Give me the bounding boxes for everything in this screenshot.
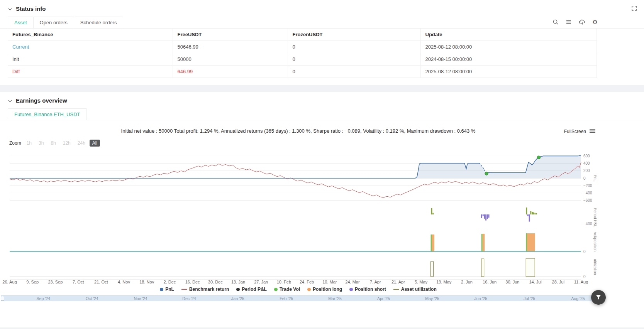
table-cell: Diff	[8, 66, 173, 78]
table-cell: 2025-08-12 08:00:00	[420, 41, 597, 53]
chart-legend: PnLBenchmark returnPeriod P&LTrade VolPo…	[0, 287, 597, 292]
zoom-button-12h[interactable]: 12h	[60, 140, 73, 147]
legend-label: Position long	[313, 287, 342, 292]
x-tick-label: 14. Jul	[529, 280, 541, 284]
earnings-chart[interactable]: 6004002000−200−400−600−4000026. Aug9. Se…	[0, 148, 597, 286]
page: Status info AssetOpen ordersSchedule ord…	[0, 0, 644, 329]
chart-menu-icon[interactable]	[590, 128, 595, 135]
panel-axis-title: vol/position	[593, 232, 597, 251]
volume-bar	[432, 235, 434, 251]
legend-label: Trade Vol	[280, 287, 300, 292]
fullscreen-button[interactable]: FullScreen	[564, 129, 586, 134]
earnings-title: Earnings overview	[16, 97, 67, 104]
period-pnl-bar	[432, 213, 434, 214]
y-tick-label: 200	[583, 169, 590, 173]
legend-item-position-long[interactable]: Position long	[307, 287, 342, 292]
chart-navigator[interactable]: Sep '24Oct '24Nov '24Dec '24Jan '25Feb '…	[1, 295, 596, 301]
navigator-month-label: Dec '24	[182, 296, 196, 301]
legend-item-trade-vol[interactable]: Trade Vol	[274, 287, 300, 292]
tab-schedule-orders[interactable]: Schedule orders	[74, 17, 124, 28]
y-tick-label: 600	[583, 154, 590, 158]
table-cell: 2025-08-12 08:00:00	[420, 66, 597, 78]
tab-open-orders[interactable]: Open orders	[34, 17, 74, 28]
collapse-chevron-icon[interactable]	[8, 99, 12, 103]
gear-icon[interactable]: ⚙	[593, 19, 598, 25]
y-tick-label: 0	[583, 275, 586, 279]
status-info-title: Status info	[16, 5, 46, 12]
legend-label: Position short	[355, 287, 386, 292]
filter-fab-button[interactable]	[591, 290, 606, 305]
cloud-download-icon[interactable]	[579, 19, 586, 25]
status-tabs: AssetOpen ordersSchedule orders	[8, 17, 123, 28]
legend-swatch	[236, 288, 240, 291]
x-tick-label: 5. May	[415, 280, 428, 284]
x-tick-label: 2. Jun	[461, 280, 473, 284]
table-toolbar: ⚙	[552, 19, 598, 25]
x-tick-label: 10. Feb	[277, 280, 291, 284]
navigator-left-handle[interactable]	[1, 296, 4, 301]
y-tick-label: −600	[583, 198, 592, 202]
collapse-chevron-icon[interactable]	[8, 7, 12, 12]
search-icon[interactable]	[552, 19, 559, 25]
legend-item-asset-utilization[interactable]: Asset utilization	[393, 287, 437, 292]
zoom-button-24h[interactable]: 24h	[75, 140, 88, 147]
tab-futures-binance-eth-usdt[interactable]: Futures_Binance.ETH_USDT	[8, 108, 87, 120]
zoom-button-all[interactable]: All	[90, 140, 100, 147]
y-tick-label: −400	[583, 222, 592, 226]
legend-item-benchmark-return[interactable]: Benchmark return	[181, 287, 229, 292]
x-tick-label: 27. Jan	[254, 280, 268, 284]
navigator-month-label: Apr '25	[377, 296, 390, 301]
navigator-month-label: Jun '25	[475, 296, 488, 301]
x-tick-label: 16. Dec	[185, 280, 200, 284]
navigator-month-label: May '25	[425, 296, 439, 301]
table-cell[interactable]: Current	[8, 41, 173, 53]
trade-marker	[537, 156, 540, 159]
y-tick-label: 0	[583, 176, 586, 181]
table-cell: 2024-08-15 00:00:00	[420, 53, 597, 66]
legend-item-period-p-l[interactable]: Period P&L	[236, 287, 267, 292]
column-header: Futures_Binance	[8, 29, 173, 41]
period-pnl-bar	[483, 214, 484, 216]
legend-item-position-short[interactable]: Position short	[349, 287, 386, 292]
legend-swatch	[307, 288, 311, 291]
table-cell: 0	[288, 66, 420, 78]
navigator-month-label: Mar '25	[328, 296, 342, 301]
legend-label: PnL	[165, 287, 174, 292]
status-tabs-row: AssetOpen ordersSchedule orders ⚙	[0, 17, 644, 29]
benchmark-line	[10, 162, 581, 198]
navigator-month-label: Oct '24	[86, 296, 98, 301]
legend-swatch	[393, 289, 399, 290]
x-tick-label: 9. Sep	[26, 280, 39, 284]
period-pnl-bar	[526, 208, 527, 214]
trade-marker	[485, 172, 488, 175]
zoom-button-8h[interactable]: 8h	[48, 140, 58, 147]
tab-asset[interactable]: Asset	[8, 17, 34, 28]
x-tick-label: 2. Dec	[164, 280, 176, 284]
legend-item-pnl[interactable]: PnL	[160, 287, 174, 292]
volume-bar	[481, 234, 483, 251]
panel-axis-title: PnL	[593, 175, 597, 182]
zoom-button-3h[interactable]: 3h	[36, 140, 46, 147]
x-tick-label: 11. Aug	[574, 280, 588, 284]
chart-stats-row: Initial net value : 50000 Total profit: …	[0, 128, 644, 136]
section-divider	[0, 85, 644, 92]
asset-table-body: Current50646.9902025-08-12 08:00:00Init5…	[8, 41, 597, 78]
period-pnl-bar	[534, 213, 536, 214]
panel-axis-title: Period P&L	[593, 208, 597, 228]
chart-actions: FullScreen	[564, 128, 595, 135]
x-tick-label: 13. Jan	[231, 280, 245, 284]
x-tick-label: 4. Nov	[118, 280, 130, 284]
navigator-month-label: Aug '25	[571, 296, 585, 301]
zoom-button-1h[interactable]: 1h	[24, 140, 34, 147]
utilization-bar	[526, 258, 535, 277]
fullscreen-expand-icon[interactable]	[631, 5, 637, 13]
x-tick-label: 28. Jul	[552, 280, 564, 284]
status-info-header: Status info	[0, 0, 644, 12]
period-pnl-bar	[527, 214, 529, 216]
list-icon[interactable]	[566, 19, 572, 25]
x-tick-label: 18. Nov	[139, 280, 154, 284]
navigator-month-label: Jan '25	[231, 296, 244, 301]
table-cell: 50646.99	[173, 41, 288, 53]
status-info-section: Status info AssetOpen ordersSchedule ord…	[0, 0, 644, 85]
x-tick-label: 24. Feb	[300, 280, 314, 284]
